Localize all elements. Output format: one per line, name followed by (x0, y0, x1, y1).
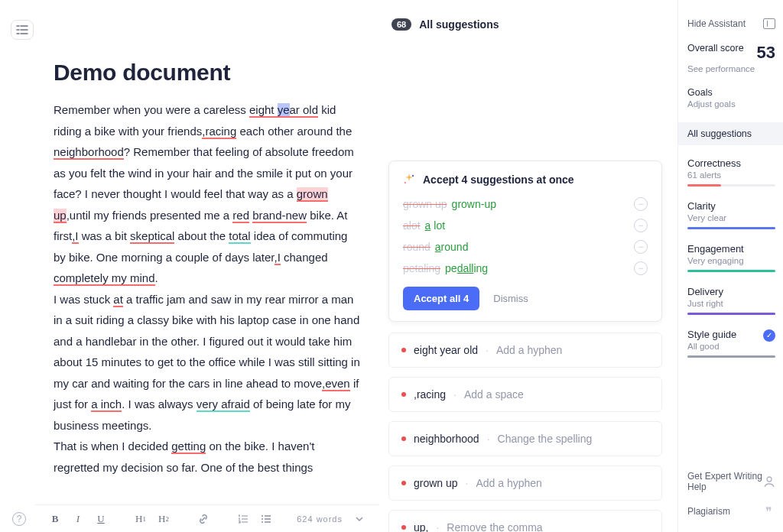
strike-text: grown up (403, 198, 447, 210)
issue-skeptical[interactable]: skeptical (130, 229, 174, 244)
suggestion-term: eight year old (414, 344, 478, 356)
suggestion-hint: Add a hyphen (496, 344, 562, 356)
document-outline-button[interactable] (11, 20, 34, 40)
cat-correctness[interactable]: Correctness 61 alerts (687, 157, 775, 187)
suggestion-hint: Add a hyphen (476, 477, 541, 489)
suggestion-card[interactable]: neighborhood·Change the spelling (388, 421, 662, 456)
numbered-list-button[interactable] (237, 513, 249, 525)
bundle-suggestion-row[interactable]: grown up grown-up− (403, 193, 648, 215)
cat-engagement[interactable]: Engagement Very engaging (687, 243, 775, 272)
issue-completely[interactable]: completely my mind (54, 271, 155, 286)
strike-text: round (403, 241, 430, 253)
strike-text: petaling (403, 262, 440, 274)
document-body[interactable]: Remember when you were a careless eight … (54, 99, 361, 478)
suggestion-hint: Add a space (464, 388, 524, 401)
bundle-title: Accept 4 suggestions at once (423, 174, 574, 186)
bold-button[interactable]: B (49, 513, 61, 525)
issue-total[interactable]: total (229, 229, 250, 244)
suggestion-card[interactable]: grown up·Add a hyphen (388, 466, 662, 501)
underline-button[interactable]: U (95, 513, 107, 525)
suggestion-card[interactable]: up,·Remove the comma (388, 510, 662, 532)
issue-brand-new[interactable]: brand-new (252, 209, 307, 223)
issue-red[interactable]: red (232, 209, 249, 223)
quote-icon: ❞ (762, 504, 775, 518)
dismiss-row-button[interactable]: − (634, 219, 648, 232)
word-count[interactable]: 624 words (297, 514, 343, 524)
suggestion-term: ,racing (414, 388, 446, 401)
document-title[interactable]: Demo document (54, 60, 361, 86)
suggestion-hint: Change the spelling (498, 433, 593, 445)
all-suggestions-tab[interactable]: All suggestions (678, 122, 783, 145)
issue-very-afraid[interactable]: very afraid (197, 397, 250, 412)
cat-clarity[interactable]: Clarity Very clear (687, 200, 775, 229)
sparkle-icon (403, 174, 415, 186)
italic-button[interactable]: I (72, 513, 84, 525)
svg-point-4 (404, 182, 406, 183)
hide-assistant-button[interactable]: Hide Assistant (687, 18, 746, 29)
severity-dot (401, 481, 406, 485)
severity-dot (401, 392, 406, 397)
issue-eight-year-old[interactable]: eight year oldeight year old (249, 103, 318, 118)
adjust-goals-link[interactable]: Adjust goals (687, 99, 775, 109)
suggestion-hint: Remove the comma (447, 521, 542, 532)
bundle-suggestion-row[interactable]: petaling pedalling− (403, 258, 648, 279)
suggestion-term: up, (414, 521, 428, 532)
cat-style-guide[interactable]: Style guide ✓ All good (687, 329, 775, 358)
bundle-suggestion-row[interactable]: round around− (403, 236, 648, 258)
issue-neighborhood[interactable]: neighborhood (54, 145, 124, 160)
dismiss-row-button[interactable]: − (634, 240, 648, 254)
issue-getting[interactable]: getting (171, 440, 206, 454)
overall-score-label: Overall score (687, 43, 744, 54)
expert-help-link[interactable]: Get Expert Writing Help (687, 465, 775, 498)
suggestion-card[interactable]: eight year old·Add a hyphen (388, 332, 662, 368)
person-icon (763, 475, 775, 488)
suggestion-term: grown up (414, 477, 458, 489)
issue-at[interactable]: at (113, 293, 123, 307)
svg-point-3 (412, 175, 414, 177)
issue-comma-i-1[interactable]: ,I (72, 229, 78, 244)
svg-point-2 (262, 521, 263, 523)
severity-dot (401, 348, 406, 352)
bundle-suggestion-row[interactable]: alot a lot− (403, 215, 648, 236)
h1-button[interactable]: H1 (135, 513, 147, 525)
suggestion-term: neighborhood (414, 433, 479, 445)
see-performance-link[interactable]: See performance (687, 64, 775, 73)
collapse-icon[interactable] (763, 18, 775, 29)
svg-point-1 (262, 518, 263, 520)
suggestions-header[interactable]: All suggestions (419, 18, 499, 31)
goals-label: Goals (687, 87, 775, 98)
issue-a-inch[interactable]: a inch (91, 397, 122, 412)
issue-comma-i-2[interactable]: ,I (275, 251, 281, 265)
svg-point-5 (767, 477, 772, 482)
suggestion-card[interactable]: ,racing·Add a space (388, 377, 662, 412)
h2-button[interactable]: H2 (158, 513, 170, 525)
plagiarism-link[interactable]: Plagiarism ❞ (687, 498, 775, 524)
accept-all-button[interactable]: Accept all 4 (403, 287, 479, 310)
overall-score-value[interactable]: 53 (757, 43, 775, 63)
svg-point-0 (262, 515, 263, 517)
bundle-card: Accept 4 suggestions at once grown up gr… (388, 161, 662, 322)
bullet-list-button[interactable] (260, 513, 272, 525)
strike-text: alot (403, 219, 421, 232)
suggestion-count-badge: 68 (392, 18, 411, 31)
help-icon[interactable]: ? (12, 512, 26, 526)
dismiss-bundle-button[interactable]: Dismiss (493, 293, 528, 304)
severity-dot (401, 436, 406, 441)
issue-racing[interactable]: ,racing (202, 125, 236, 139)
chevron-down-icon[interactable] (353, 513, 366, 525)
cat-delivery[interactable]: Delivery Just right (687, 286, 775, 315)
outline-icon (16, 25, 28, 34)
severity-dot (401, 525, 406, 530)
editor-toolbar: B I U H1 H2 624 words (35, 504, 379, 532)
issue-even[interactable]: ,even (322, 377, 350, 391)
dismiss-row-button[interactable]: − (634, 261, 648, 275)
dismiss-row-button[interactable]: − (634, 197, 648, 211)
check-icon: ✓ (763, 329, 775, 342)
link-button[interactable] (197, 513, 210, 525)
